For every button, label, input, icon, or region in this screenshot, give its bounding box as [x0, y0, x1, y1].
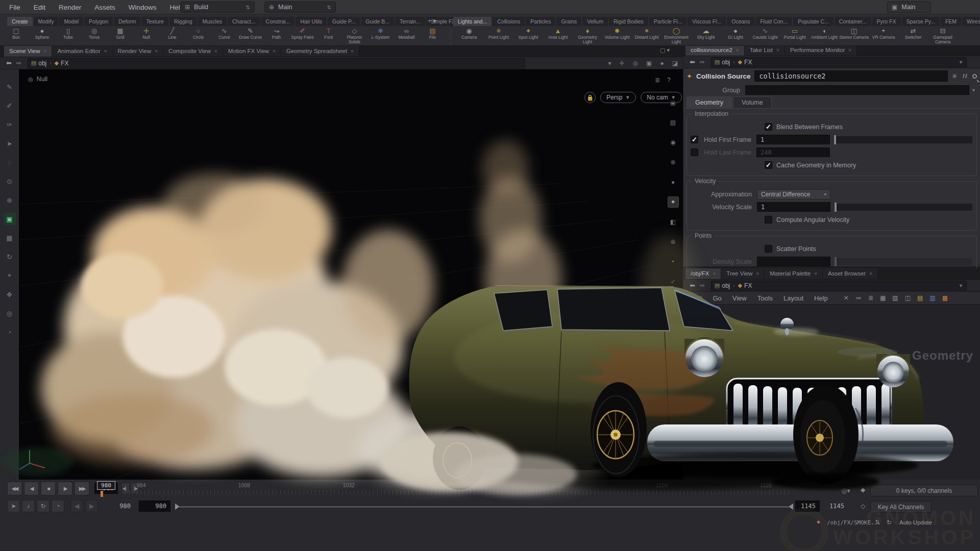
shelf-tab[interactable]: Wires: [962, 17, 980, 26]
node-name-field[interactable]: collisionsource2: [754, 70, 947, 82]
viewport-display-icon[interactable]: ●: [668, 177, 679, 188]
shelf-tool[interactable]: ◎ Torus: [81, 27, 107, 40]
workspace-selector[interactable]: ⊞ Build ⇅: [180, 2, 255, 13]
network-menu-item[interactable]: Edit: [691, 294, 702, 302]
network-menu-item[interactable]: Tools: [757, 294, 773, 302]
toolbar-icon[interactable]: ◎: [633, 60, 638, 67]
close-icon[interactable]: ×: [814, 271, 817, 277]
chevron-down-icon[interactable]: ▼: [971, 88, 976, 93]
pane-tab[interactable]: Take List ×: [745, 45, 785, 56]
playbar-option-icon[interactable]: ➤: [7, 500, 20, 512]
shelf-tool[interactable]: ◯ Environment Light: [662, 27, 691, 45]
close-icon[interactable]: ×: [848, 47, 851, 53]
close-icon[interactable]: ×: [869, 271, 872, 277]
transport-button[interactable]: ◀◀: [7, 482, 22, 495]
transport-button[interactable]: ■: [41, 482, 56, 495]
shelf-tab[interactable]: Muscles: [198, 17, 227, 26]
playbar-option-icon[interactable]: ↻: [37, 500, 50, 512]
shelf-tool[interactable]: ✎ Draw Curve: [237, 27, 263, 40]
playback-range-slider[interactable]: [180, 506, 789, 508]
folder-tab[interactable]: Geometry: [687, 96, 732, 108]
key-options-icon[interactable]: ◎▾: [841, 487, 850, 494]
compute-angular-checkbox[interactable]: [765, 216, 772, 223]
shelf-tool[interactable]: ∿ Caustic Light: [750, 27, 780, 40]
desktop-selector[interactable]: ⊕ Main ⇅: [264, 2, 336, 13]
viewport-tool-icon[interactable]: ▦: [4, 232, 16, 244]
desktop-tab[interactable]: ▣ Main: [887, 2, 931, 13]
shelf-tool[interactable]: ✛ Null: [133, 27, 159, 40]
shelf-tool[interactable]: ◓ VR Camera: [869, 27, 898, 40]
playback-start-field[interactable]: 980: [139, 500, 170, 512]
viewport-display-icon[interactable]: ✓: [668, 276, 679, 287]
shelf-tab[interactable]: Create: [7, 17, 33, 26]
approximation-dropdown[interactable]: Central Difference▾: [757, 189, 830, 199]
shelf-tab[interactable]: Vellum: [582, 17, 608, 26]
shelf-tab[interactable]: FEM: [941, 17, 961, 26]
network-toolbar-icon[interactable]: ▤: [917, 294, 923, 302]
viewport-tool-icon[interactable]: ✎: [4, 81, 16, 93]
network-path-field[interactable]: ▤obj › ◆FX ▼: [711, 281, 967, 291]
close-icon[interactable]: ×: [155, 48, 158, 54]
shelf-tool[interactable]: ⇄ Switcher: [898, 27, 928, 40]
shelf-tool[interactable]: ✳ Point Light: [484, 27, 513, 40]
close-icon[interactable]: ×: [44, 48, 47, 54]
viewport-display-icon[interactable]: ◉: [668, 137, 679, 148]
viewport-display-icon[interactable]: •: [668, 256, 679, 267]
playbar-option-icon[interactable]: ◔: [52, 500, 64, 512]
param-path-field[interactable]: ▤obj › ◆FX ▼: [711, 57, 967, 67]
toolbar-icon[interactable]: ▾: [608, 60, 611, 67]
pane-tab[interactable]: Tree View ×: [721, 268, 765, 279]
toolbar-icon[interactable]: ▣: [646, 60, 652, 67]
shelf-tool[interactable]: ❄ L-System: [368, 27, 394, 40]
toolbar-icon[interactable]: ◪: [672, 60, 678, 67]
network-menu-item[interactable]: Go: [713, 294, 721, 302]
close-icon[interactable]: ×: [776, 47, 779, 53]
shelf-tool[interactable]: ▭ Portal Light: [780, 27, 810, 40]
folder-tab[interactable]: Volume: [733, 96, 772, 108]
pane-tab[interactable]: Asset Browser ×: [823, 268, 878, 279]
shelf-tool[interactable]: ▤ File: [420, 27, 446, 40]
network-toolbar-icon[interactable]: ▦: [880, 294, 886, 302]
shelf-tab[interactable]: Particle Fl...: [649, 17, 687, 26]
pane-menu-icon[interactable]: ▢ ▾: [660, 47, 670, 54]
hold-first-frame-slider[interactable]: [834, 136, 972, 143]
network-toolbar-icon[interactable]: ▥: [929, 294, 935, 302]
shelf-tab[interactable]: Guide P...: [328, 17, 360, 26]
viewport-display-icon[interactable]: ╱: [668, 296, 679, 307]
help-icon[interactable]: H: [963, 72, 967, 80]
shelf-tab[interactable]: Constrai...: [261, 17, 295, 26]
viewport-display-icon[interactable]: ⊗: [668, 157, 679, 168]
list-icon[interactable]: ≣: [655, 77, 660, 84]
camera-pill[interactable]: No cam▼: [641, 92, 681, 103]
shelf-tab[interactable]: Fluid Con...: [755, 17, 792, 26]
shelf-tab[interactable]: Terrain...: [395, 17, 425, 26]
range-step-back-icon[interactable]: ◀: [70, 500, 83, 512]
viewport-tool-icon[interactable]: ⊕: [4, 194, 16, 206]
scene-path-field[interactable]: ▤obj › ◆FX: [28, 58, 525, 68]
pane-tab[interactable]: Performance Monitor ×: [785, 45, 857, 56]
network-toolbar-icon[interactable]: ▧: [892, 294, 898, 302]
shelf-tool[interactable]: ▢ Box: [3, 27, 29, 40]
pane-tab[interactable]: collisionsource2 ×: [685, 45, 745, 56]
viewport-tool-icon[interactable]: ◌: [4, 156, 16, 168]
transport-button[interactable]: ▶▶: [75, 482, 89, 495]
playhead-marker[interactable]: 980: [97, 481, 115, 490]
toolbar-icon[interactable]: ✛: [620, 60, 625, 67]
viewport-tool-icon[interactable]: ↻: [4, 251, 16, 263]
range-step-forward-icon[interactable]: ▶: [85, 500, 98, 512]
lock-icon[interactable]: 🔒: [584, 92, 596, 103]
transport-button[interactable]: ▶: [58, 482, 72, 495]
viewport-tool-icon[interactable]: ⌖: [4, 269, 16, 282]
shelf-tool[interactable]: ⊟ Gamepad Camera: [928, 27, 958, 45]
forward-arrow-icon[interactable]: ➡: [699, 282, 705, 289]
back-arrow-icon[interactable]: ⬅: [690, 282, 695, 289]
velocity-scale-slider[interactable]: [834, 204, 972, 211]
pane-tab[interactable]: Animation Editor ×: [52, 46, 112, 57]
menu-item[interactable]: Assets: [94, 4, 115, 11]
shelf-tool[interactable]: ○ Circle: [185, 27, 211, 40]
blend-between-frames-checkbox[interactable]: [765, 123, 772, 131]
viewport-tool-icon[interactable]: ✥: [4, 288, 16, 300]
network-toolbar-icon[interactable]: ≔: [855, 294, 862, 302]
shelf-tab[interactable]: Modify: [34, 17, 59, 26]
shelf-tab[interactable]: Texture: [141, 17, 168, 26]
